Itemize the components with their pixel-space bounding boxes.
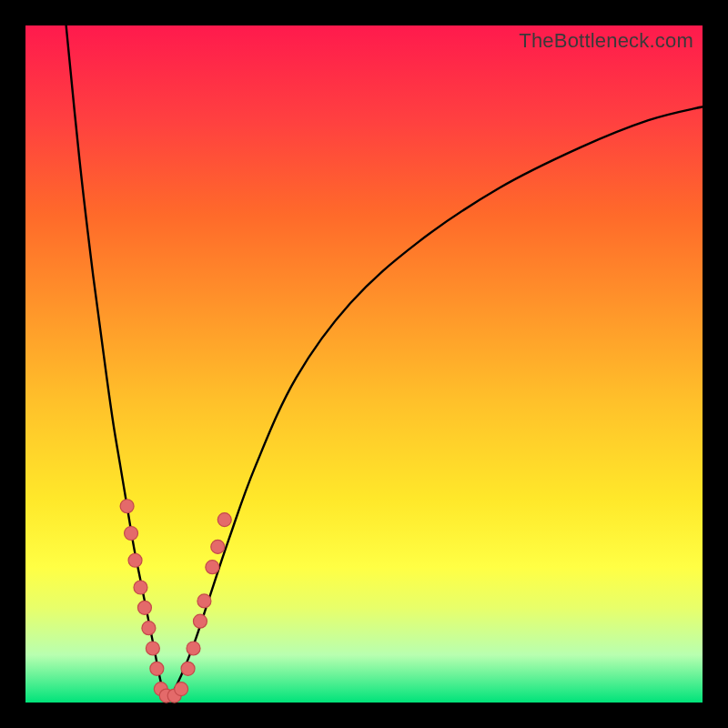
data-markers <box>120 500 231 703</box>
left-branch-curve <box>66 25 168 703</box>
data-marker <box>187 642 200 655</box>
data-marker <box>137 601 151 614</box>
chart-frame: TheBottleneck.com <box>0 0 728 728</box>
plot-area: TheBottleneck.com <box>25 25 703 703</box>
data-marker <box>125 527 138 541</box>
data-marker <box>128 553 142 567</box>
data-marker <box>193 614 207 628</box>
data-marker <box>175 682 188 696</box>
data-marker <box>211 540 225 553</box>
data-marker <box>197 594 211 608</box>
data-marker <box>206 561 219 574</box>
data-marker <box>150 662 164 675</box>
data-marker <box>217 513 231 527</box>
right-branch-curve <box>167 106 703 703</box>
data-marker <box>120 500 134 513</box>
data-marker <box>134 581 147 594</box>
chart-svg <box>25 25 703 703</box>
data-marker <box>181 662 195 675</box>
data-marker <box>142 622 156 635</box>
data-marker <box>146 642 159 655</box>
